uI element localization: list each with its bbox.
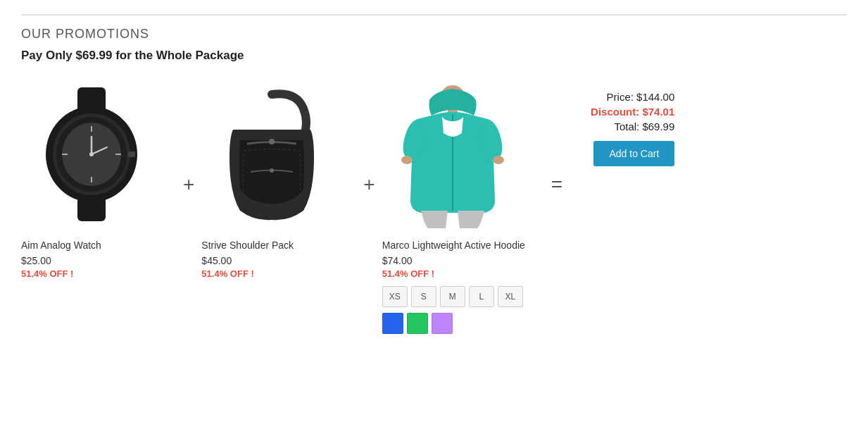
product-hoodie: Marco Lightweight Active Hoodie $74.00 5…: [382, 77, 537, 334]
hoodie-image: [382, 77, 523, 232]
product-watch: Aim Analog Watch $25.00 51.4% OFF !: [21, 77, 176, 279]
color-blue[interactable]: [382, 313, 403, 334]
equals-operator: =: [537, 173, 577, 196]
watch-name: Aim Analog Watch: [21, 239, 101, 252]
svg-point-15: [269, 139, 275, 144]
svg-point-12: [89, 152, 94, 156]
plus-operator-1: +: [176, 173, 201, 196]
color-green[interactable]: [407, 313, 428, 334]
svg-point-16: [270, 168, 274, 173]
section-title: OUR PROMOTIONS: [21, 14, 847, 42]
add-to-cart-button[interactable]: Add to Cart: [593, 141, 674, 166]
color-options: [382, 313, 453, 334]
watch-image: [21, 77, 162, 232]
watch-price: $25.00: [21, 255, 51, 266]
bag-discount: 51.4% OFF !: [201, 268, 253, 279]
bag-price: $45.00: [201, 255, 232, 266]
svg-rect-13: [128, 151, 135, 157]
summary-discount: Discount: $74.01: [591, 106, 674, 118]
svg-point-21: [493, 156, 504, 164]
summary-total: Total: $69.99: [614, 120, 674, 132]
hoodie-discount: 51.4% OFF !: [382, 268, 434, 279]
hoodie-price: $74.00: [382, 255, 413, 266]
svg-point-20: [401, 156, 413, 164]
summary-box: Price: $144.00 Discount: $74.01 Total: $…: [591, 91, 674, 166]
product-bag: Strive Shoulder Pack $45.00 51.4% OFF !: [201, 77, 356, 279]
bag-image: [201, 77, 342, 232]
size-xs[interactable]: XS: [382, 286, 408, 307]
summary-price: Price: $144.00: [607, 91, 675, 103]
bag-name: Strive Shoulder Pack: [201, 239, 294, 252]
color-purple[interactable]: [432, 313, 453, 334]
plus-operator-2: +: [356, 173, 382, 196]
package-title: Pay Only $69.99 for the Whole Package: [21, 49, 847, 63]
size-options: XS S M L XL: [382, 286, 523, 307]
size-l[interactable]: L: [469, 286, 494, 307]
size-m[interactable]: M: [440, 286, 465, 307]
hoodie-name: Marco Lightweight Active Hoodie: [382, 239, 525, 252]
watch-discount: 51.4% OFF !: [21, 268, 73, 279]
size-s[interactable]: S: [411, 286, 436, 307]
size-xl[interactable]: XL: [498, 286, 523, 307]
promotions-row: Aim Analog Watch $25.00 51.4% OFF ! +: [21, 77, 847, 334]
